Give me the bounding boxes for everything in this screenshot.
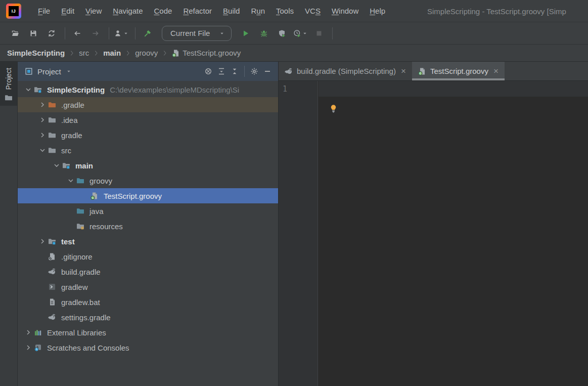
menu-item-tools[interactable]: Tools	[270, 0, 299, 22]
menu-item-help[interactable]: Help	[364, 0, 391, 22]
source-folder-icon	[76, 177, 86, 185]
project-view-selector[interactable]: Project	[25, 67, 72, 76]
back-arrow-icon	[73, 29, 81, 37]
tree-item-label: src	[61, 146, 71, 155]
chevron-expanded-icon[interactable]	[23, 85, 34, 94]
menu-item-view[interactable]: View	[80, 0, 107, 22]
open-folder-icon	[11, 29, 19, 37]
breadcrumb-separator-icon	[93, 50, 100, 57]
profiler-clock-button[interactable]	[293, 29, 308, 37]
tree-item-label: build.gradle	[61, 268, 101, 276]
tree-item-gradle[interactable]: gradle	[18, 127, 278, 143]
folder-icon	[48, 116, 58, 124]
chevron-expanded-icon[interactable]	[37, 146, 48, 154]
tree-item-label: .gradle	[61, 101, 84, 109]
menu-item-vcs[interactable]: VCS	[299, 0, 326, 22]
editor-tab-bar: build.gradle (SimpleScripting) × G TestS…	[279, 62, 588, 81]
chevron-collapsed-icon[interactable]	[23, 328, 34, 336]
breadcrumb-item-groovy[interactable]: groovy	[135, 49, 158, 57]
chevron-collapsed-icon[interactable]	[37, 131, 48, 139]
project-tool-window-button[interactable]: Project	[0, 62, 17, 106]
close-icon[interactable]: ×	[400, 67, 407, 75]
breadcrumb-item-simplescripting[interactable]: SimpleScripting	[7, 49, 65, 57]
project-view-icon	[25, 67, 33, 75]
tool-window-stripe: Project	[0, 62, 18, 386]
breadcrumb-item-src[interactable]: src	[79, 49, 89, 57]
sync-button[interactable]	[44, 26, 59, 40]
tree-item-java[interactable]: java	[18, 203, 278, 219]
menu-item-code[interactable]: Code	[149, 0, 178, 22]
tree-item-main[interactable]: main	[18, 158, 278, 173]
settings-gear-button[interactable]	[248, 65, 261, 78]
tree-item-settings-gradle[interactable]: settings.gradle	[18, 310, 278, 325]
stop-button[interactable]	[312, 26, 326, 40]
editor-tab-build-gradle-simplescripting-[interactable]: build.gradle (SimpleScripting) ×	[279, 62, 412, 80]
locate-button[interactable]	[202, 65, 215, 78]
close-icon[interactable]: ×	[492, 67, 500, 75]
menu-item-file[interactable]: File	[32, 0, 56, 22]
tree-item-scratches-and-consoles[interactable]: Scratches and Consoles	[18, 340, 278, 355]
run-configuration-label: Current File	[170, 29, 210, 37]
tree-item-external-libraries[interactable]: External Libraries	[18, 325, 278, 340]
tree-item--idea[interactable]: .idea	[18, 112, 278, 127]
hide-minus-button[interactable]	[261, 65, 274, 78]
build-hammer-button[interactable]	[141, 26, 155, 40]
chevron-expanded-icon[interactable]	[51, 161, 62, 169]
breadcrumb-separator-icon	[124, 50, 131, 57]
chevron-collapsed-icon[interactable]	[37, 237, 48, 245]
toolbar-separator	[109, 27, 109, 39]
project-folder-icon	[34, 85, 44, 94]
toolbar-separator	[65, 27, 65, 39]
menu-item-refactor[interactable]: Refactor	[177, 0, 217, 22]
tree-item-simplescripting[interactable]: SimpleScripting C:\dev\examples\simpleMD…	[18, 82, 278, 97]
tree-item-test[interactable]: test	[18, 234, 278, 249]
chevron-collapsed-icon[interactable]	[23, 344, 34, 352]
save-button[interactable]	[26, 26, 40, 40]
breadcrumb-item-testscript-groovy[interactable]: GTestScript.groovy	[172, 49, 241, 57]
module-folder-icon	[62, 161, 72, 169]
tree-item-groovy[interactable]: groovy	[18, 173, 278, 188]
intellij-logo-letters: IJ	[9, 6, 19, 16]
menu-item-navigate[interactable]: Navigate	[107, 0, 148, 22]
back-arrow-button[interactable]	[70, 26, 84, 40]
coverage-shield-button[interactable]	[275, 26, 289, 40]
forward-arrow-button[interactable]	[88, 26, 103, 40]
tree-item--gitignore[interactable]: .gitignore	[18, 249, 278, 264]
menu-item-edit[interactable]: Edit	[56, 0, 80, 22]
editor-content[interactable]: 1	[279, 81, 588, 386]
breadcrumb-item-main[interactable]: main	[103, 49, 121, 57]
tree-item-build-gradle[interactable]: build.gradle	[18, 264, 278, 279]
open-folder-button[interactable]	[8, 26, 22, 40]
editor-tab-testscript-groovy[interactable]: G TestScript.groovy ×	[412, 62, 505, 80]
tree-item-resources[interactable]: resources	[18, 219, 278, 234]
current-line-highlight	[319, 81, 588, 97]
run-configuration-combo[interactable]: Current File	[162, 26, 232, 41]
annotate-user-button[interactable]	[114, 29, 129, 37]
editor-tab-label: build.gradle (SimpleScripting)	[297, 67, 396, 75]
tree-item-label: gradlew.bat	[61, 298, 100, 307]
profiler-clock-icon	[293, 29, 301, 37]
intellij-logo: IJ	[6, 4, 21, 19]
chevron-expanded-icon[interactable]	[65, 177, 76, 185]
intention-bulb-icon[interactable]	[329, 104, 338, 113]
collapse-all-button[interactable]	[228, 65, 241, 78]
tree-item-label: TestScript.groovy	[104, 192, 162, 200]
chevron-collapsed-icon[interactable]	[37, 101, 48, 109]
menu-item-window[interactable]: Window	[326, 0, 364, 22]
tree-item-src[interactable]: src	[18, 143, 278, 158]
tree-item-gradlew[interactable]: gradlew	[18, 279, 278, 294]
debug-bug-button[interactable]	[257, 26, 271, 40]
tree-item--gradle[interactable]: .gradle	[18, 97, 278, 112]
tree-item-testscript-groovy[interactable]: G TestScript.groovy	[18, 188, 278, 203]
settings-gear-icon	[250, 67, 258, 75]
chevron-collapsed-icon[interactable]	[37, 116, 48, 124]
console-file-icon	[48, 283, 58, 291]
tree-item-gradlew-bat[interactable]: gradlew.bat	[18, 294, 278, 310]
run-button[interactable]	[239, 26, 253, 40]
expand-all-button[interactable]	[215, 65, 228, 78]
debug-bug-icon	[260, 29, 268, 37]
svg-text:G: G	[419, 72, 421, 75]
menu-items: File Edit View Navigate Code Refactor Bu…	[32, 0, 391, 22]
menu-item-build[interactable]: Build	[217, 0, 245, 22]
menu-item-run[interactable]: Run	[245, 0, 270, 22]
